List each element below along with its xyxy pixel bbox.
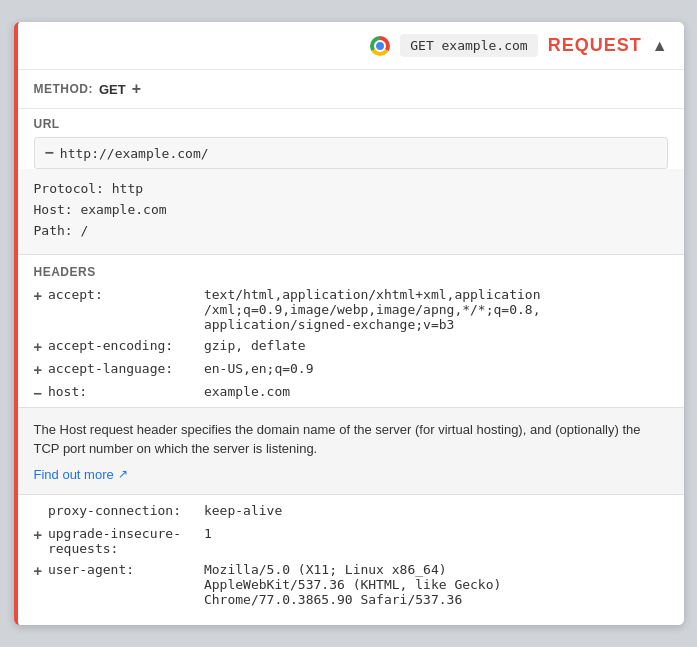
url-parsed: Protocol: http Host: example.com Path: / [18, 169, 684, 254]
host-collapse-icon[interactable]: − [34, 385, 42, 401]
header-row-upgrade: + upgrade-insecure-requests: 1 [34, 526, 668, 556]
useragent-header-value: Mozilla/5.0 (X11; Linux x86_64)AppleWebK… [204, 562, 501, 607]
accept-header-name: accept: [48, 287, 198, 302]
url-path: Path: / [34, 221, 668, 242]
request-label: REQUEST [548, 35, 642, 56]
proxy-header-value: keep-alive [204, 503, 282, 518]
upgrade-expand-icon[interactable]: + [34, 527, 42, 543]
url-badge: GET example.com [400, 34, 537, 57]
host-header-value: example.com [204, 384, 290, 399]
accept-encoding-value: gzip, deflate [204, 338, 306, 353]
accept-header-value: text/html,application/xhtml+xml,applicat… [204, 287, 541, 332]
header-row-proxy: + proxy-connection: keep-alive [34, 503, 668, 520]
info-text: The Host request header specifies the do… [34, 420, 668, 459]
find-out-more-link[interactable]: Find out more ↗ [34, 467, 668, 482]
host-header-name: host: [48, 384, 198, 399]
accept-encoding-name: accept-encoding: [48, 338, 198, 353]
method-row: METHOD: GET + [34, 80, 668, 98]
useragent-header-name: user-agent: [48, 562, 198, 577]
header-row-host: − host: example.com [34, 384, 668, 401]
method-add-button[interactable]: + [132, 80, 141, 98]
header-row-useragent: + user-agent: Mozilla/5.0 (X11; Linux x8… [34, 562, 668, 607]
accept-expand-icon[interactable]: + [34, 288, 42, 304]
external-link-icon: ↗ [118, 467, 128, 481]
info-box: The Host request header specifies the do… [18, 407, 684, 495]
headers-section-more: + proxy-connection: keep-alive + upgrade… [18, 495, 684, 625]
header-row-accept-language: + accept-language: en-US,en;q=0.9 [34, 361, 668, 378]
find-out-more-text: Find out more [34, 467, 114, 482]
accept-language-expand-icon[interactable]: + [34, 362, 42, 378]
url-value-row: − http://example.com/ [34, 137, 668, 169]
url-section: URL − http://example.com/ [18, 109, 684, 169]
accept-language-name: accept-language: [48, 361, 198, 376]
headers-label: HEADERS [34, 265, 668, 279]
useragent-expand-icon[interactable]: + [34, 563, 42, 579]
upgrade-header-value: 1 [204, 526, 212, 541]
url-host: Host: example.com [34, 200, 668, 221]
accept-encoding-expand-icon[interactable]: + [34, 339, 42, 355]
url-label: URL [34, 117, 668, 131]
accept-language-value: en-US,en;q=0.9 [204, 361, 314, 376]
chrome-icon [370, 36, 390, 56]
proxy-header-name: proxy-connection: [48, 503, 198, 518]
method-section: METHOD: GET + [18, 70, 684, 109]
method-label: METHOD: [34, 82, 94, 96]
upgrade-header-name: upgrade-insecure-requests: [48, 526, 198, 556]
url-protocol: Protocol: http [34, 179, 668, 200]
collapse-button[interactable]: ▲ [652, 37, 668, 55]
headers-section: HEADERS + accept: text/html,application/… [18, 255, 684, 401]
header-row-accept: + accept: text/html,application/xhtml+xm… [34, 287, 668, 332]
url-collapse-button[interactable]: − [45, 144, 54, 162]
request-panel: GET example.com REQUEST ▲ METHOD: GET + … [14, 22, 684, 624]
method-value: GET [99, 82, 126, 97]
url-value: http://example.com/ [60, 146, 209, 161]
panel-header: GET example.com REQUEST ▲ [18, 22, 684, 70]
header-row-accept-encoding: + accept-encoding: gzip, deflate [34, 338, 668, 355]
